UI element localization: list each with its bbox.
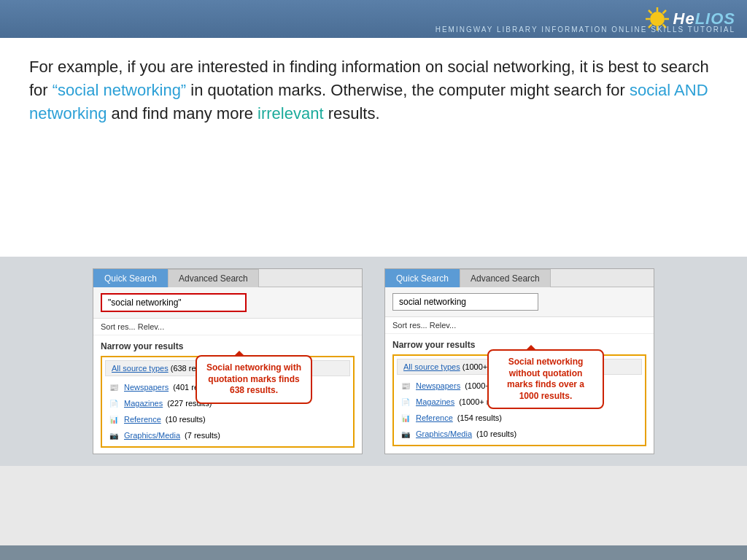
right-search-box[interactable]: social networking bbox=[392, 293, 538, 311]
right-source-graphics: 📷 Graphics/Media (10 results) bbox=[397, 426, 642, 442]
right-graphics-link[interactable]: Graphics/Media bbox=[416, 429, 472, 438]
header: HeLIOS Hemingway Library Information Onl… bbox=[0, 0, 747, 38]
right-all-source-types-link[interactable]: All source types bbox=[403, 362, 460, 371]
main-content: For example, if you are interested in fi… bbox=[0, 38, 747, 257]
left-graphics-count: (7 results) bbox=[185, 431, 220, 440]
highlight-irrelevant: irrelevant bbox=[258, 104, 323, 122]
right-graphics-icon: 📷 bbox=[400, 428, 411, 440]
right-search-input-area: social networking bbox=[385, 287, 654, 317]
svg-point-0 bbox=[650, 12, 665, 26]
right-tab-advanced[interactable]: Advanced Search bbox=[460, 269, 551, 287]
right-sort-label: Sort res... bbox=[392, 321, 427, 330]
left-source-reference: 📊 Reference (10 results) bbox=[105, 411, 350, 427]
left-sort-label: Sort res... bbox=[101, 322, 136, 331]
right-search-tabs: Quick Search Advanced Search bbox=[385, 269, 654, 287]
right-newspapers-icon: 📰 bbox=[400, 380, 411, 392]
left-graphics-link[interactable]: Graphics/Media bbox=[124, 431, 180, 440]
left-tab-advanced[interactable]: Advanced Search bbox=[168, 269, 259, 287]
right-magazines-link[interactable]: Magazines bbox=[416, 397, 454, 406]
right-newspapers-link[interactable]: Newspapers bbox=[416, 381, 460, 390]
left-reference-link[interactable]: Reference bbox=[124, 415, 161, 424]
right-screenshot-panel: Social networking without quotation mark… bbox=[384, 268, 654, 454]
newspapers-icon: 📰 bbox=[108, 381, 120, 393]
right-graphics-count: (10 results) bbox=[476, 429, 516, 438]
left-sort-row: Sort res... Relev... bbox=[93, 319, 362, 335]
left-search-box[interactable]: "social networking" bbox=[101, 293, 247, 312]
magazines-icon: 📄 bbox=[108, 397, 120, 409]
text-part3: and find many more bbox=[107, 104, 258, 122]
left-newspapers-link[interactable]: Newspapers bbox=[124, 383, 169, 392]
left-source-graphics: 📷 Graphics/Media (7 results) bbox=[105, 427, 350, 443]
left-sort-value: Relev... bbox=[138, 322, 164, 331]
right-reference-icon: 📊 bbox=[400, 412, 411, 424]
footer-bar bbox=[0, 545, 747, 560]
left-tab-quick[interactable]: Quick Search bbox=[93, 269, 168, 287]
right-tab-quick[interactable]: Quick Search bbox=[385, 269, 460, 287]
right-magazines-icon: 📄 bbox=[400, 396, 411, 408]
screenshots-area: Social networking with quotation marks f… bbox=[0, 257, 747, 466]
left-reference-count: (10 results) bbox=[166, 415, 206, 424]
right-narrow-title: Narrow your results bbox=[392, 340, 646, 350]
text-part4: results. bbox=[324, 104, 380, 122]
svg-line-7 bbox=[662, 10, 666, 14]
left-search-input-area: "social networking" bbox=[93, 287, 362, 319]
left-search-tabs: Quick Search Advanced Search bbox=[93, 269, 362, 287]
graphics-icon: 📷 bbox=[108, 429, 120, 441]
right-callout: Social networking without quotation mark… bbox=[487, 349, 604, 409]
left-narrow-title: Narrow your results bbox=[101, 341, 355, 351]
svg-line-5 bbox=[649, 10, 652, 14]
right-sort-value: Relev... bbox=[430, 321, 456, 330]
left-callout: Social networking with quotation marks f… bbox=[196, 355, 312, 404]
highlight-quoted: “social networking” bbox=[53, 81, 186, 99]
text-part2: in quotation marks. Otherwise, the compu… bbox=[186, 81, 630, 99]
right-source-reference: 📊 Reference (154 results) bbox=[397, 410, 642, 426]
right-reference-count: (154 results) bbox=[457, 413, 502, 422]
left-screenshot-panel: Social networking with quotation marks f… bbox=[93, 268, 363, 454]
main-paragraph: For example, if you are interested in fi… bbox=[29, 55, 718, 125]
left-all-source-types-link[interactable]: All source types bbox=[112, 364, 169, 373]
right-sort-row: Sort res... Relev... bbox=[385, 317, 654, 334]
header-subtitle: Hemingway Library Information Online Ski… bbox=[436, 26, 735, 34]
right-reference-link[interactable]: Reference bbox=[416, 413, 453, 422]
left-magazines-link[interactable]: Magazines bbox=[124, 399, 163, 408]
reference-icon: 📊 bbox=[108, 413, 120, 425]
